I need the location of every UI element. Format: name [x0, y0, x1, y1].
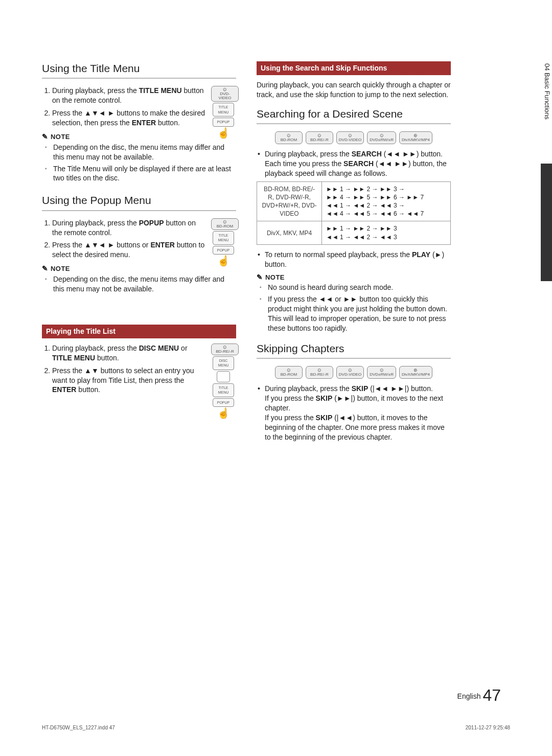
right-column: Using the Search and Skip Functions Duri…: [257, 61, 451, 445]
page-number: English 47: [457, 686, 501, 705]
note-label: NOTE: [257, 272, 451, 282]
title-menu-heading: Using the Title Menu: [42, 61, 236, 76]
popup-menu-heading: Using the Popup Menu: [42, 193, 236, 208]
search-notes: No sound is heard during search mode. If…: [257, 283, 451, 333]
footer-meta: HT-D6750W_ELS_1227.indd 47 2011-12-27 9:…: [42, 725, 510, 730]
search-disc-badges: ⊙BD-ROM ⊙BD-RE/-R ⊙DVD-VIDEO ⊙DVD±RW/±R …: [257, 131, 451, 144]
searching-scene-heading: Searching for a Desired Scene: [257, 107, 451, 121]
playing-title-list-bar: Playing the Title List: [42, 325, 236, 338]
left-column: Using the Title Menu ⊙DVD-VIDEO TITLE ME…: [42, 61, 236, 445]
search-skip-bar: Using the Search and Skip Functions: [257, 61, 451, 75]
search-bullet-2: To return to normal speed playback, pres…: [257, 250, 451, 269]
remote-icon-title-list: ⊙BD-RE/-R DISC MENU TITLE MENU POPUP ☝: [211, 343, 236, 418]
search-skip-intro: During playback, you can search quickly …: [257, 80, 451, 100]
speed-table: BD-ROM, BD-RE/-R, DVD-RW/-R, DVD+RW/+R, …: [257, 181, 451, 245]
popup-menu-steps: During playback, press the POPUP button …: [42, 218, 236, 260]
search-bullet-1: During playback, press the SEARCH (◄◄ ►►…: [257, 149, 451, 178]
note-label: NOTE: [42, 132, 236, 142]
side-tab: 04 Basic Functions: [542, 61, 552, 122]
note-label: NOTE: [42, 264, 236, 273]
title-menu-steps: During playback, press the TITLE MENU bu…: [42, 86, 236, 128]
popup-menu-notes: Depending on the disc, the menu items ma…: [42, 274, 236, 294]
remote-icon-popup: ⊙BD-ROM TITLE MENU POPUP ☝: [211, 218, 236, 266]
skip-disc-badges: ⊙BD-ROM ⊙BD-RE/-R ⊙DVD-VIDEO ⊙DVD±RW/±R …: [257, 366, 451, 379]
remote-icon-title-menu: ⊙DVD-VIDEO TITLE MENU POPUP ☝: [211, 86, 236, 138]
title-list-steps: During playback, press the DISC MENU or …: [42, 343, 236, 395]
skip-bullets: During playback, press the SKIP (|◄◄ ►►|…: [257, 384, 451, 442]
title-menu-notes: Depending on the disc, the menu items ma…: [42, 143, 236, 184]
side-black-block: [541, 164, 552, 281]
skipping-chapters-heading: Skipping Chapters: [257, 341, 451, 356]
